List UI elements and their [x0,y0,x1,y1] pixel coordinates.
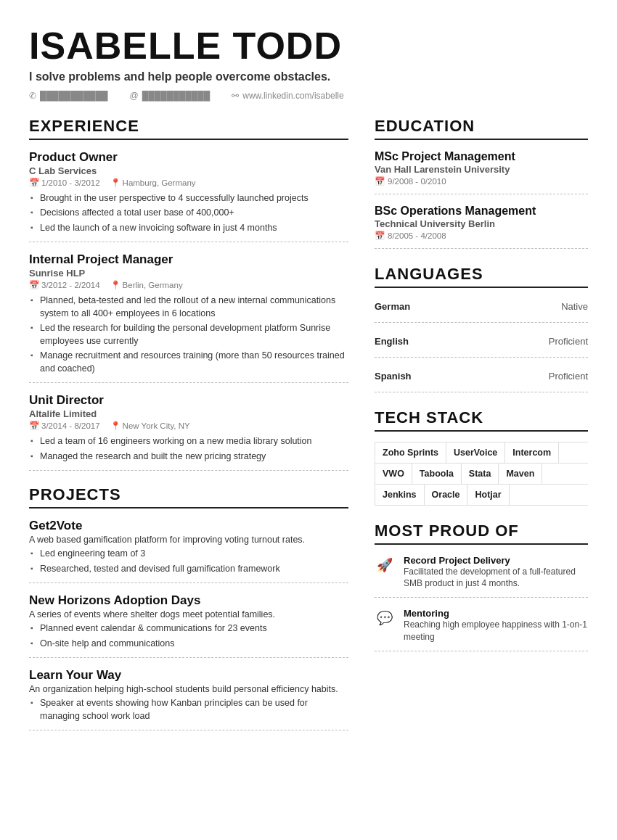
job-location-2: 📍 Berlin, Germany [110,280,183,290]
project-bullets-3: Speaker at events showing how Kanban pri… [29,697,348,722]
projects-title: PROJECTS [29,485,348,508]
degree-date-1: 📅 9/2008 - 0/2010 [375,176,588,186]
calendar-edu-icon-2: 📅 [375,231,385,241]
job-bullets-2: Planned, beta-tested and led the rollout… [29,295,348,375]
job-location-3: 📍 New York City, NY [110,421,190,431]
proud-item-1: 🚀 Record Project Delivery Facilitated th… [375,555,588,590]
language-english: English Proficient [375,333,588,350]
degree-title-2: BSc Operations Management [375,205,588,218]
lang-name-2: English [375,336,409,347]
tech-stack-title: TECH STACK [375,408,588,432]
job-unit-director: Unit Director Altalife Limited 📅 3/2014 … [29,393,348,463]
tech-maven: Maven [499,464,542,484]
proud-desc-1: Facilitated the development of a full-fe… [404,566,588,590]
location-icon-2: 📍 [110,280,120,290]
job-dates-1: 📅 1/2010 - 3/2012 [29,178,100,188]
proud-title-2: Mentoring [404,608,588,619]
bullet-item: Researched, tested and devised full gami… [30,563,348,576]
tech-taboola: Taboola [412,464,462,484]
job-title-1: Product Owner [29,150,348,165]
lang-level-2: Proficient [549,336,588,347]
company-1: C Lab Services [29,165,348,176]
university-1: Van Hall Larenstein University [375,164,588,175]
phone-value: ███████████ [40,91,108,101]
bullet-item: Manage recruitment and resources trainin… [30,350,348,375]
education-title: EDUCATION [375,117,588,140]
tech-intercom: Intercom [505,442,559,463]
proud-desc-2: Reaching high employee happiness with 1-… [404,619,588,643]
bullet-item: Managed the research and built the new p… [30,450,348,464]
tech-row-2: VWO Taboola Stata Maven [375,464,588,485]
bullet-item: Planned, beta-tested and led the rollout… [30,295,348,320]
languages-title: LANGUAGES [375,265,588,288]
tech-uservoice: UserVoice [446,442,505,463]
tech-vwo: VWO [375,464,412,484]
company-3: Altalife Limited [29,408,348,419]
bullet-item: Brought in the user perspective to 4 suc… [30,192,348,205]
tech-zoho-sprints: Zoho Sprints [375,442,446,463]
bullet-item: Led the launch of a new invoicing softwa… [30,222,348,235]
job-dates-2: 📅 3/2012 - 2/2014 [29,280,100,290]
header-tagline: I solve problems and help people overcom… [29,70,588,83]
email-contact: @ ███████████ [130,91,211,101]
bullet-item: Led the research for building the person… [30,322,348,347]
bullet-item: Speaker at events showing how Kanban pri… [30,697,348,722]
bullet-item: On-site help and communications [30,638,348,651]
project-bullets-2: Planned event calendar & communications … [29,622,348,650]
most-proud-title: MOST PROUD OF [375,522,588,545]
location-icon-3: 📍 [110,421,120,431]
job-dates-3: 📅 3/2014 - 8/2017 [29,421,100,431]
university-2: Technical University Berlin [375,218,588,229]
job-internal-pm: Internal Project Manager Sunrise HLP 📅 3… [29,252,348,375]
tech-jenkins: Jenkins [375,485,425,505]
job-product-owner: Product Owner C Lab Services 📅 1/2010 - … [29,150,348,235]
tech-row-3: Jenkins Oracle Hotjar [375,485,588,506]
lang-name-1: German [375,301,410,312]
right-column: EDUCATION MSc Project Management Van Hal… [375,114,588,746]
phone-icon: ✆ [29,91,36,101]
calendar-icon-2: 📅 [29,280,39,290]
degree-bsc: BSc Operations Management Technical Univ… [375,205,588,241]
project-desc-1: A web based gamification platform for im… [29,535,348,545]
tech-hotjar: Hotjar [467,485,509,505]
project-bullets-1: Led engineering team of 3 Researched, te… [29,548,348,575]
project-desc-2: A series of events where shelter dogs me… [29,609,348,619]
lang-name-3: Spanish [375,371,412,382]
degree-date-2: 📅 8/2005 - 4/2008 [375,231,588,241]
company-2: Sunrise HLP [29,268,348,279]
mentoring-icon: 💬 [375,608,395,628]
experience-section: EXPERIENCE Product Owner C Lab Services … [29,117,348,472]
tech-grid: Zoho Sprints UserVoice Intercom VWO Tabo… [375,442,588,506]
left-column: EXPERIENCE Product Owner C Lab Services … [29,114,348,746]
email-icon: @ [130,91,139,101]
education-section: EDUCATION MSc Project Management Van Hal… [375,117,588,249]
language-german: German Native [375,298,588,315]
tech-row-1: Zoho Sprints UserVoice Intercom [375,442,588,464]
project-new-horizons: New Horizons Adoption Days A series of e… [29,593,348,650]
proud-item-2: 💬 Mentoring Reaching high employee happi… [375,608,588,643]
email-value: ███████████ [142,91,211,101]
calendar-edu-icon-1: 📅 [375,176,385,186]
header-name: ISABELLE TODD [29,26,588,66]
job-bullets-3: Led a team of 16 engineers working on a … [29,435,348,463]
lang-level-1: Native [561,301,588,312]
job-title-2: Internal Project Manager [29,252,348,267]
job-location-1: 📍 Hamburg, Germany [110,178,196,188]
project-get2vote: Get2Vote A web based gamification platfo… [29,519,348,575]
bullet-item: Decisions affected a total user base of … [30,207,348,220]
header: ISABELLE TODD I solve problems and help … [29,26,588,101]
lang-level-3: Proficient [549,371,588,382]
experience-title: EXPERIENCE [29,117,348,140]
languages-section: LANGUAGES German Native English Proficie… [375,265,588,392]
job-title-3: Unit Director [29,393,348,408]
tech-stata: Stata [462,464,499,484]
degree-msc: MSc Project Management Van Hall Larenste… [375,150,588,186]
degree-title-1: MSc Project Management [375,150,588,163]
bullet-item: Led engineering team of 3 [30,548,348,561]
project-title-1: Get2Vote [29,519,348,533]
most-proud-section: MOST PROUD OF 🚀 Record Project Delivery … [375,522,588,651]
project-desc-3: An organization helping high-school stud… [29,684,348,694]
linkedin-contact: ⚯ www.linkedin.com/isabelle [232,91,343,101]
proud-title-1: Record Project Delivery [404,555,588,566]
phone-contact: ✆ ███████████ [29,91,108,101]
